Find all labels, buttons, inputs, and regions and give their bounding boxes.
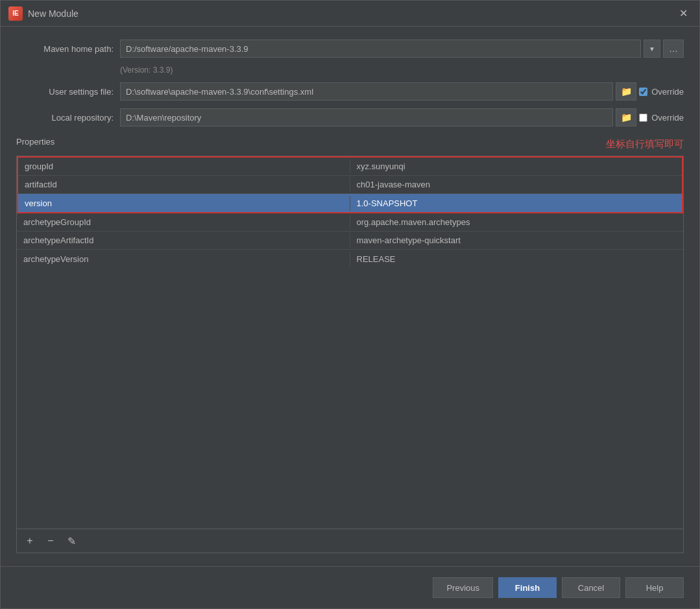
cell-key-artifactid: artifactId <box>18 177 350 192</box>
user-settings-override-group: Override <box>639 87 684 97</box>
title-bar-left: IE New Module <box>8 6 78 21</box>
local-repo-browse[interactable]: 📁 <box>616 108 636 126</box>
properties-section: Properties 坐标自行填写即可 groupId xyz.sunyunqi… <box>16 137 684 553</box>
cell-value-groupid: xyz.sunyunqi <box>350 159 682 174</box>
cell-value-version: 1.0-SNAPSHOT <box>350 196 682 211</box>
user-settings-row: User settings file: 📁 Override <box>16 82 684 101</box>
finish-button[interactable]: Finish <box>498 577 557 598</box>
properties-toolbar: + − ✎ <box>17 529 683 553</box>
local-repo-input-group: 📁 Override <box>120 108 684 126</box>
local-repo-override-group: Override <box>639 113 684 123</box>
maven-home-input[interactable] <box>120 40 641 58</box>
new-module-dialog: IE New Module ✕ Maven home path: ▼ … (Ve… <box>0 0 700 609</box>
remove-property-button[interactable]: − <box>43 533 58 549</box>
dialog-title: New Module <box>28 8 78 19</box>
cancel-button[interactable]: Cancel <box>562 577 620 598</box>
title-bar: IE New Module ✕ <box>1 1 699 27</box>
properties-annotation: 坐标自行填写即可 <box>606 138 684 150</box>
maven-home-label: Maven home path: <box>16 44 114 54</box>
user-settings-browse[interactable]: 📁 <box>616 82 636 101</box>
local-repo-override-checkbox[interactable] <box>639 113 647 122</box>
edit-property-button[interactable]: ✎ <box>64 533 79 549</box>
user-settings-input-group: 📁 Override <box>120 82 684 101</box>
table-row[interactable]: version 1.0-SNAPSHOT <box>18 194 682 212</box>
maven-home-input-group: ▼ … <box>120 40 684 58</box>
user-settings-override-label: Override <box>651 87 684 97</box>
previous-button[interactable]: Previous <box>433 577 493 598</box>
properties-table: groupId xyz.sunyunqi artifactId ch01-jav… <box>16 156 684 553</box>
cell-key-archetypeartifactid: archetypeArtifactId <box>17 233 350 248</box>
cell-value-archetypegroupid: org.apache.maven.archetypes <box>350 215 684 230</box>
close-button[interactable]: ✕ <box>675 6 692 21</box>
table-row[interactable]: archetypeGroupId org.apache.maven.archet… <box>17 213 683 232</box>
table-row[interactable]: artifactId ch01-javase-maven <box>18 176 682 194</box>
maven-home-dropdown[interactable]: ▼ <box>644 40 660 58</box>
help-button[interactable]: Help <box>625 577 684 598</box>
cell-value-archetypeversion: RELEASE <box>350 252 684 267</box>
maven-home-row: Maven home path: ▼ … <box>16 40 684 58</box>
cell-key-archetypegroupid: archetypeGroupId <box>17 215 350 230</box>
cell-key-groupid: groupId <box>18 159 350 174</box>
maven-version-text: (Version: 3.3.9) <box>120 66 684 75</box>
cell-key-archetypeversion: archetypeVersion <box>17 252 350 267</box>
user-settings-input[interactable] <box>120 82 613 101</box>
dialog-footer: Previous Finish Cancel Help <box>1 566 699 608</box>
table-row[interactable]: archetypeVersion RELEASE <box>17 250 683 268</box>
properties-title: Properties <box>16 137 54 147</box>
local-repo-row: Local repository: 📁 Override <box>16 108 684 126</box>
cell-value-artifactid: ch01-javase-maven <box>350 177 682 192</box>
dialog-content: Maven home path: ▼ … (Version: 3.3.9) Us… <box>1 27 699 566</box>
local-repo-input[interactable] <box>120 108 613 126</box>
user-settings-label: User settings file: <box>16 87 114 97</box>
red-outline-group: groupId xyz.sunyunqi artifactId ch01-jav… <box>17 156 683 213</box>
user-settings-override-checkbox[interactable] <box>639 88 647 96</box>
properties-table-inner: groupId xyz.sunyunqi artifactId ch01-jav… <box>17 156 683 529</box>
table-row[interactable]: groupId xyz.sunyunqi <box>18 158 682 176</box>
table-row[interactable]: archetypeArtifactId maven-archetype-quic… <box>17 232 683 250</box>
local-repo-override-label: Override <box>651 113 684 123</box>
cell-key-version: version <box>18 196 350 211</box>
local-repo-label: Local repository: <box>16 113 114 123</box>
add-property-button[interactable]: + <box>22 533 38 549</box>
app-icon: IE <box>8 6 23 21</box>
cell-value-archetypeartifactid: maven-archetype-quickstart <box>350 233 684 248</box>
maven-home-browse[interactable]: … <box>663 40 684 58</box>
